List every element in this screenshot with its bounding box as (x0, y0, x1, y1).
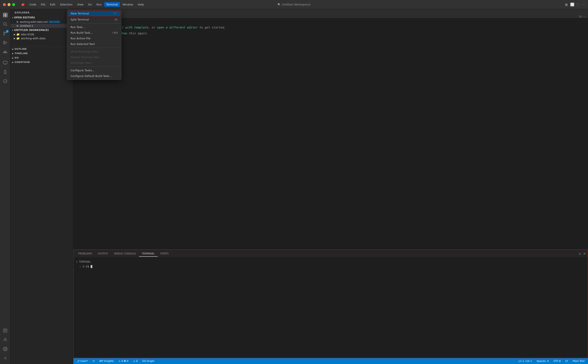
status-branch[interactable]: ⎇ main* (76, 360, 89, 363)
menu-view[interactable]: View (75, 2, 86, 7)
file-item-untitled-1[interactable]: ✕ ≡ Untitled-1 (10, 24, 73, 28)
workspace-label: Untitled (Workspace) (282, 3, 311, 6)
svg-rect-11 (3, 52, 4, 53)
open-editors-section[interactable]: ▾ OPEN EDITORS (10, 15, 73, 20)
status-encoding[interactable]: UTF-8 (552, 360, 561, 363)
menu-run-task[interactable]: Run Task... (67, 24, 121, 30)
status-errors[interactable]: ⚠ 0 ✖ 0 (118, 360, 129, 363)
run-debug-icon[interactable] (1, 39, 9, 47)
split-terminal-shortcut: ⌘\ (114, 18, 118, 21)
status-ln-col[interactable]: Ln 1, Col 1 (518, 360, 533, 363)
outline-section[interactable]: ▶ OUTLINE (10, 47, 73, 51)
menu-code[interactable]: Code (27, 2, 38, 7)
codetour-label: CODETOUR (15, 61, 30, 64)
chevron-right-icon-3: ▶ (12, 48, 14, 50)
svg-rect-12 (5, 52, 6, 53)
search-icon[interactable] (1, 20, 9, 28)
status-spaces[interactable]: Spaces: 4 (536, 360, 549, 363)
folder-icon: 📁 (16, 33, 20, 36)
timeline-section[interactable]: ▶ TIMELINE (10, 51, 73, 56)
close-button[interactable] (3, 3, 6, 6)
menu-configure-tasks[interactable]: Configure Tasks... (67, 68, 121, 73)
layout-icon[interactable]: ⬚ (576, 2, 580, 6)
menu-run-active-file[interactable]: Run Active File (67, 36, 121, 41)
new-terminal-shortcut: ⌃⇧` (112, 12, 118, 15)
tab-ports[interactable]: PORTS (158, 251, 172, 257)
status-sync[interactable]: ↺ (92, 360, 95, 363)
split-editor-icon[interactable]: ⊟ (579, 15, 582, 18)
menu-terminal[interactable]: Terminal (104, 2, 120, 7)
more-actions-icon[interactable]: ⋯ (583, 15, 586, 18)
svg-rect-3 (6, 15, 7, 17)
show-running-tasks-label: Show Running Tasks... (71, 50, 101, 53)
folder-working-with-data[interactable]: ▶ 📁 working-with-data (10, 36, 73, 40)
more-icon[interactable]: ⋯ (582, 2, 585, 6)
tab-terminal[interactable]: TERMINAL (139, 251, 158, 257)
svg-rect-0 (3, 13, 5, 15)
menu-configure-default-build[interactable]: Configure Default Build Task... (67, 73, 121, 79)
panel-minimize-icon[interactable]: ∧ (579, 252, 581, 256)
go-section[interactable]: ▶ GO (10, 56, 73, 60)
folder-name-2: working-with-data (21, 37, 46, 40)
menu-apple[interactable]: 🍎 (19, 2, 27, 7)
menu-help[interactable]: Help (136, 2, 146, 7)
menu-selection[interactable]: Selection (58, 2, 74, 7)
account-icon[interactable] (1, 336, 9, 344)
menu-file[interactable]: File (39, 2, 47, 7)
file-item-working-with-data[interactable]: ≡ working-with-data.md labs-tl10k (10, 20, 73, 24)
menu-window[interactable]: Window (120, 2, 135, 7)
extensions-icon[interactable] (1, 48, 9, 56)
svg-point-24 (5, 348, 6, 350)
settings-icon[interactable] (1, 345, 9, 353)
svg-marker-9 (4, 41, 7, 44)
tab-debug-console[interactable]: DEBUG CONSOLE (111, 251, 139, 257)
close-icon[interactable] (1, 354, 9, 362)
tab-output[interactable]: OUTPUT (95, 251, 111, 257)
maximize-button[interactable] (12, 3, 15, 6)
codetour-section[interactable]: ▶ CODETOUR (10, 60, 73, 64)
eol-label: LF (565, 360, 568, 363)
tab-problems[interactable]: PROBLEMS (75, 251, 95, 257)
menu-terminate-task: Terminate Task... (67, 60, 121, 66)
chevron-right-icon-4: ▶ (12, 52, 14, 55)
file-icon-2: ≡ (16, 24, 19, 27)
codetour-icon[interactable] (1, 77, 9, 85)
status-eol[interactable]: LF (564, 360, 569, 363)
minimize-button[interactable] (7, 3, 10, 6)
svg-point-7 (4, 34, 5, 35)
menu-run-build-task[interactable]: Run Build Task... ⇧⌘B (67, 30, 121, 36)
restart-running-task-label: Restart Running Task... (71, 56, 102, 59)
panel-toggle-icon[interactable]: ⬜ (570, 2, 575, 6)
explorer-icon[interactable] (1, 11, 9, 19)
menu-new-terminal[interactable]: New Terminal ⌃⇧` (68, 11, 120, 16)
terminal-content[interactable]: ∨ TERMINAL ○ [~]$ (74, 258, 588, 358)
status-git-graph[interactable]: Git Graph (141, 360, 155, 363)
menu-split-terminal[interactable]: Split Terminal ⌘\ (67, 17, 121, 22)
chevron-right-icon: ▶ (14, 33, 15, 36)
source-control-icon[interactable]: 9 (1, 29, 9, 38)
workspace-section[interactable]: ▾ UNTITLED (WORKSPACE) (10, 28, 73, 32)
outline-label: OUTLINE (15, 48, 27, 50)
menu-edit[interactable]: Edit (48, 2, 57, 7)
api-label: API Insights (99, 360, 114, 363)
menu-go[interactable]: Go (86, 2, 94, 7)
titlebar: 🍎 Code File Edit Selection View Go Run T… (0, 0, 588, 9)
chevron-down-icon-2: ▾ (12, 29, 13, 31)
status-language[interactable]: Plain Text (572, 360, 586, 363)
testing-icon[interactable] (1, 68, 9, 76)
status-warnings[interactable]: ⚠ 0 (132, 360, 138, 363)
status-right: Ln 1, Col 1 Spaces: 4 UTF-8 LF Plain Tex… (518, 360, 586, 363)
status-api[interactable]: API Insights (98, 360, 115, 363)
menu-run-selected-text[interactable]: Run Selected Text (67, 41, 121, 47)
remote-explorer-icon[interactable] (1, 58, 9, 67)
menu-run[interactable]: Run (94, 2, 104, 7)
folder-labs-tl10k[interactable]: ▶ 📁 labs-tl10k (10, 32, 73, 36)
editor-content: Select a language, or fill with template… (73, 18, 588, 249)
menu-divider-2 (67, 48, 121, 48)
sidebar-toggle-icon[interactable]: ▣ (565, 2, 568, 6)
tab-bar: ≡ Untitled-1 ✕ ⊟ ⋯ (73, 9, 588, 18)
file-icon: ≡ (16, 20, 19, 23)
api-icon[interactable] (1, 326, 9, 335)
search-icon: 🔍 (278, 3, 281, 6)
panel-close-icon[interactable]: ✕ (583, 252, 586, 256)
